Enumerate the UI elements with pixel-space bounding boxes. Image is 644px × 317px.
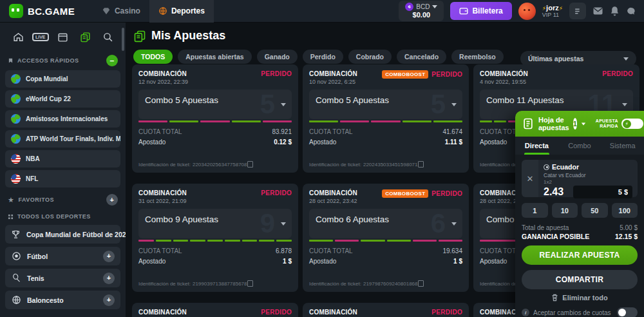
stake-100-button[interactable]: 100 bbox=[612, 203, 638, 218]
sidebar-item-copa-mundial[interactable]: Copa Mundial bbox=[5, 70, 120, 88]
stake-input[interactable] bbox=[573, 186, 632, 198]
sidebar-scrollbar[interactable] bbox=[122, 28, 124, 51]
sidebar-item-atp-finals[interactable]: ATP World Tour Finals, Indiv. Masc. bbox=[5, 130, 120, 148]
info-icon: i bbox=[522, 309, 529, 316]
search-icon[interactable] bbox=[100, 29, 115, 44]
sidebar-item-world-cup-2022[interactable]: Copa Mundial de Fútbol de 2022 bbox=[5, 225, 120, 244]
remove-selection-button[interactable]: ✕ bbox=[522, 160, 538, 197]
balance: $0.00 bbox=[405, 11, 437, 19]
accept-odds-toggle[interactable] bbox=[617, 307, 638, 317]
tab-sistema[interactable]: Sistema bbox=[601, 137, 644, 155]
bet-card: COMBINACIÓN26 oct 2022, 11:39 PERDIDO bbox=[303, 303, 469, 317]
stake-1-button[interactable]: 1 bbox=[522, 203, 548, 218]
add-favorite-button[interactable]: + bbox=[106, 194, 118, 206]
tennis-icon bbox=[11, 273, 21, 283]
combo-summary[interactable]: Combo 5 Apuestas 5 bbox=[309, 90, 462, 119]
sidebar-item-futbol[interactable]: Fútbol + bbox=[5, 247, 120, 265]
bet-card: COMBINACIÓN27 oct 2022, 2:25 PERDIDO bbox=[132, 303, 298, 317]
sidebar-icon-rail: LIVE bbox=[5, 28, 120, 51]
quick-bet-toggle[interactable]: ⚡ bbox=[621, 119, 643, 129]
place-bet-button[interactable]: REALIZAR APUESTA bbox=[522, 245, 638, 265]
tab-directa[interactable]: Directa bbox=[515, 137, 558, 155]
lightning-icon: ⚡ bbox=[559, 5, 563, 12]
remove-all-button[interactable]: Eliminar todo bbox=[522, 294, 638, 302]
sidebar-item-baloncesto[interactable]: Baloncesto + bbox=[5, 291, 120, 309]
status-badge: PERDIDO bbox=[261, 189, 292, 197]
bet-card: COMBINACIÓN31 oct 2022, 21:09 PERDIDO Co… bbox=[132, 184, 298, 292]
filter-cancelado[interactable]: Cancelado bbox=[397, 50, 446, 64]
tab-deportes[interactable]: Deportes bbox=[149, 0, 214, 23]
star-icon: ★ bbox=[8, 196, 14, 204]
expand-button[interactable]: + bbox=[103, 294, 115, 306]
page-title: Mis Apuestas bbox=[151, 29, 225, 43]
chevron-down-icon[interactable] bbox=[582, 122, 585, 125]
bcgame-logo-icon bbox=[9, 4, 23, 18]
my-bets-icon[interactable] bbox=[77, 29, 93, 44]
envelope-icon bbox=[592, 6, 603, 15]
messages-button[interactable] bbox=[592, 6, 603, 15]
vip-level: VIP 11 bbox=[542, 12, 563, 18]
combo-summary[interactable]: Combo 9 Apuestas 9 bbox=[138, 209, 292, 238]
copy-icon[interactable] bbox=[419, 162, 424, 168]
expand-button[interactable]: + bbox=[103, 273, 115, 284]
calendar-icon[interactable] bbox=[55, 29, 71, 44]
quick-links: Copa Mundial eWorld Cup 22 Amistosos Int… bbox=[5, 70, 120, 187]
expand-button[interactable]: + bbox=[103, 251, 115, 262]
leg-results bbox=[309, 120, 462, 122]
sidebar-item-tenis[interactable]: Tenis + bbox=[5, 269, 120, 287]
live-icon[interactable]: LIVE bbox=[33, 29, 48, 44]
combo-summary[interactable]: Combo 5 Apuestas 5 bbox=[138, 90, 292, 119]
comboboost-badge: COMBOBOOST bbox=[382, 70, 428, 79]
status-badge: PERDIDO bbox=[261, 70, 292, 77]
betslip-tabs: Directa Combo Sistema bbox=[515, 137, 644, 155]
chevron-down-icon bbox=[281, 103, 286, 106]
sidebar-item-nfl[interactable]: NFL bbox=[5, 170, 120, 187]
filter-apuestas-abiertas[interactable]: Apuestas abiertas bbox=[178, 50, 251, 64]
copy-icon[interactable] bbox=[419, 282, 424, 287]
chevron-down-icon bbox=[622, 103, 627, 106]
my-bets-list-button[interactable] bbox=[569, 3, 586, 19]
soccer-icon bbox=[544, 164, 549, 170]
globe-icon bbox=[11, 134, 21, 144]
brand-name: BC.GAME bbox=[28, 6, 75, 17]
bcgame-logo[interactable]: BC.GAME bbox=[0, 4, 84, 18]
sidebar-item-amistosos[interactable]: Amistosos Internacionales bbox=[5, 110, 120, 128]
filter-ganado[interactable]: Ganado bbox=[257, 50, 298, 64]
filter-todos[interactable]: TODOS bbox=[133, 50, 173, 64]
filter-perdido[interactable]: Perdido bbox=[303, 50, 343, 64]
stake-50-button[interactable]: 50 bbox=[582, 203, 608, 218]
stake-10-button[interactable]: 10 bbox=[552, 203, 578, 218]
bet-card: COMBINACIÓN28 oct 2022, 23:42 COMBOBOOST… bbox=[303, 184, 469, 292]
basketball-icon bbox=[158, 6, 167, 15]
chat-button[interactable] bbox=[626, 6, 636, 16]
wallet-button[interactable]: Billetera bbox=[450, 2, 511, 20]
tab-combo[interactable]: Combo bbox=[558, 137, 601, 155]
notifications-button[interactable] bbox=[610, 6, 620, 16]
sidebar-item-eworld-cup[interactable]: eWorld Cup 22 bbox=[5, 90, 120, 108]
share-button[interactable]: COMPARTIR bbox=[522, 270, 638, 289]
bet-selection: ✕ Ecuador Catar vs Ecuador 1x2 2.43 bbox=[522, 160, 638, 197]
tab-casino[interactable]: Casino bbox=[93, 0, 149, 23]
avatar[interactable] bbox=[518, 3, 536, 20]
filter-cobrado[interactable]: Cobrado bbox=[348, 50, 392, 64]
accept-odds-changes: i Aceptar cambios de cuotas bbox=[522, 307, 638, 317]
topbar: BC.GAME Casino Deportes ¢ BCD $0.00 bbox=[0, 0, 644, 23]
sports-list: Copa Mundial de Fútbol de 2022 Fútbol + … bbox=[5, 225, 120, 309]
filter-reembolso[interactable]: Reembolso bbox=[451, 50, 504, 64]
collapse-button[interactable]: – bbox=[106, 55, 118, 66]
chevron-down-icon bbox=[623, 57, 629, 61]
match-name: Catar vs Ecuador bbox=[544, 172, 632, 178]
home-icon[interactable] bbox=[10, 29, 26, 44]
sidebar-item-nba[interactable]: NBA bbox=[5, 150, 120, 168]
leg-results bbox=[309, 240, 462, 242]
chevron-down-icon bbox=[432, 5, 437, 8]
leg-results bbox=[138, 120, 292, 122]
copy-icon[interactable] bbox=[249, 282, 253, 287]
currency-selector[interactable]: ¢ BCD $0.00 bbox=[399, 1, 444, 21]
combo-summary[interactable]: Combo 6 Apuestas 6 bbox=[309, 209, 462, 238]
status-badge: PERDIDO bbox=[261, 309, 292, 316]
wallet-icon bbox=[459, 7, 468, 15]
user-info[interactable]: ⚡jorz⚡ VIP 11 bbox=[542, 4, 563, 19]
copy-icon[interactable] bbox=[249, 162, 253, 168]
total-stake: 5.00 $ bbox=[620, 224, 638, 231]
